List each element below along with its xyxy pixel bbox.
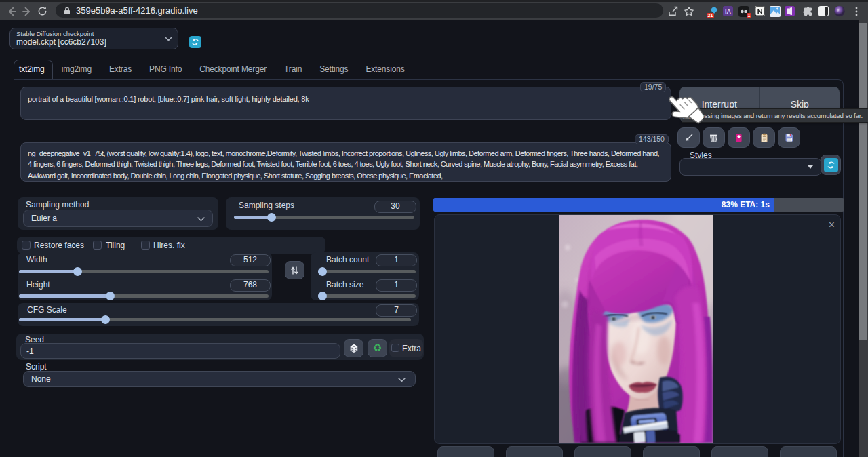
- tab-img2img[interactable]: img2img: [53, 60, 100, 79]
- reuse-seed-button[interactable]: ♻: [368, 339, 387, 357]
- random-seed-button[interactable]: [344, 339, 363, 357]
- seed-value: -1: [26, 346, 34, 356]
- extension-photos-icon[interactable]: [770, 6, 781, 17]
- tab-checkpoint-merger[interactable]: Checkpoint Merger: [191, 60, 275, 79]
- floppy-disk-icon: [785, 133, 794, 142]
- generated-image[interactable]: [559, 215, 713, 443]
- slider-knob[interactable]: [318, 267, 327, 276]
- scrollbar-thumb[interactable]: [859, 23, 867, 340]
- slider-knob[interactable]: [267, 213, 276, 222]
- sampling-steps-input[interactable]: 30: [374, 201, 416, 213]
- arrow-down-left-icon: [684, 133, 694, 142]
- extension-notion-icon[interactable]: [754, 6, 765, 17]
- script-dropdown[interactable]: None: [23, 371, 416, 387]
- wastebasket-icon: [709, 133, 719, 143]
- zip-button[interactable]: [574, 446, 631, 457]
- bookmark-star-icon[interactable]: [684, 6, 694, 17]
- styles-dropdown[interactable]: [679, 158, 822, 176]
- paste-arrow-button[interactable]: [677, 127, 700, 148]
- extra-seed-label: Extra: [402, 344, 421, 353]
- tab-extras[interactable]: Extras: [100, 60, 140, 79]
- width-label: Width: [26, 255, 47, 264]
- clear-prompt-button[interactable]: [703, 127, 725, 148]
- apply-style-button[interactable]: [753, 127, 775, 148]
- hires-fix-checkbox[interactable]: [141, 241, 150, 250]
- batch-size-label: Batch size: [326, 280, 363, 290]
- extra-seed-checkbox[interactable]: [391, 344, 399, 352]
- script-label: Script: [26, 362, 47, 372]
- tab-txt2img[interactable]: txt2img: [14, 60, 53, 79]
- negative-prompt-textarea[interactable]: ng_deepnegative_v1_75t, (worst quality, …: [20, 142, 671, 182]
- extension-badge: 1: [747, 13, 751, 18]
- height-input[interactable]: 768: [230, 279, 271, 292]
- save-button[interactable]: [506, 446, 563, 457]
- chevron-down-icon: [398, 378, 406, 382]
- browser-chrome: 359e5b9a-a5ff-4216.gradio.live 21 IA 1: [0, 0, 868, 20]
- close-preview-button[interactable]: ×: [829, 219, 835, 231]
- generation-progress-bar: 83% ETA: 1s: [433, 198, 844, 212]
- extension-badge: 21: [707, 13, 714, 18]
- sampling-steps-slider[interactable]: [234, 216, 414, 219]
- tab-extensions[interactable]: Extensions: [357, 60, 413, 79]
- send-to-extras-button[interactable]: [780, 446, 837, 457]
- tiling-label: Tiling: [106, 241, 125, 250]
- profile-avatar[interactable]: [834, 6, 845, 17]
- slider-knob[interactable]: [73, 267, 82, 276]
- slider-knob[interactable]: [101, 315, 110, 324]
- clipboard-icon: [760, 133, 769, 143]
- save-style-button[interactable]: [778, 127, 800, 148]
- tab-settings[interactable]: Settings: [311, 60, 357, 79]
- batch-count-slider[interactable]: [318, 270, 416, 273]
- page-scrollbar[interactable]: [859, 20, 868, 457]
- batch-size-input[interactable]: 1: [376, 279, 417, 292]
- recycle-icon: ♻: [373, 343, 382, 353]
- send-to-img2img-button[interactable]: [643, 446, 700, 457]
- width-input[interactable]: 512: [230, 254, 271, 266]
- open-folder-button[interactable]: [437, 446, 494, 457]
- slider-knob[interactable]: [106, 292, 115, 300]
- extension-mail-icon[interactable]: 1: [738, 6, 749, 17]
- batch-count-input[interactable]: 1: [376, 254, 417, 266]
- slider-knob[interactable]: [318, 292, 327, 300]
- refresh-styles-button[interactable]: [821, 155, 841, 175]
- sampling-steps-label: Sampling steps: [239, 201, 294, 210]
- slider-fill: [19, 270, 77, 273]
- slider-fill: [234, 216, 271, 219]
- tiling-checkbox[interactable]: [93, 241, 102, 250]
- extensions-puzzle-icon[interactable]: [803, 6, 814, 17]
- prompt-tool-row: [677, 127, 800, 148]
- dice-icon: [349, 344, 359, 353]
- checkpoint-dropdown[interactable]: Stable Diffusion checkpoint model.ckpt […: [9, 28, 178, 49]
- side-panel-icon[interactable]: [818, 6, 829, 17]
- tab-train[interactable]: Train: [275, 60, 311, 79]
- checkpoint-label: Stable Diffusion checkpoint: [16, 30, 94, 37]
- progress-label: 83% ETA: 1s: [722, 200, 770, 210]
- sampling-method-dropdown[interactable]: Euler a: [23, 210, 213, 227]
- seed-input[interactable]: -1: [20, 343, 340, 359]
- browser-extensions-area: 21 IA 1: [0, 2, 868, 20]
- swap-dimensions-button[interactable]: [285, 261, 304, 279]
- cfg-scale-slider[interactable]: [19, 318, 411, 321]
- width-slider[interactable]: [19, 270, 269, 273]
- interrupt-tooltip: Stop processing images and return any re…: [682, 108, 868, 123]
- extension-calendar-icon[interactable]: 21: [708, 6, 719, 17]
- hires-fix-label: Hires. fix: [153, 241, 185, 250]
- prompt-textarea[interactable]: portrait of a beautiful [woman::0.1] rob…: [20, 87, 671, 120]
- height-slider[interactable]: [19, 294, 269, 298]
- batch-size-slider[interactable]: [318, 294, 416, 298]
- dropdown-arrow-icon: [808, 165, 813, 169]
- share-icon[interactable]: [668, 6, 679, 17]
- swap-arrows-icon: [290, 266, 299, 275]
- cfg-scale-input[interactable]: 7: [376, 304, 417, 317]
- restore-faces-checkbox[interactable]: [22, 241, 31, 250]
- refresh-checkpoint-button[interactable]: [189, 36, 201, 48]
- batch-count-label: Batch count: [326, 255, 369, 264]
- extension-ia-icon[interactable]: IA: [722, 6, 733, 17]
- main-tabs: txt2img img2img Extras PNG Info Checkpoi…: [14, 61, 844, 79]
- extension-office-icon[interactable]: [784, 6, 795, 17]
- extra-networks-button[interactable]: [728, 127, 750, 148]
- progress-fill: 83% ETA: 1s: [433, 198, 774, 212]
- tab-png-info[interactable]: PNG Info: [140, 60, 191, 79]
- browser-menu-kebab-icon[interactable]: [851, 6, 862, 17]
- send-to-inpaint-button[interactable]: [711, 446, 768, 457]
